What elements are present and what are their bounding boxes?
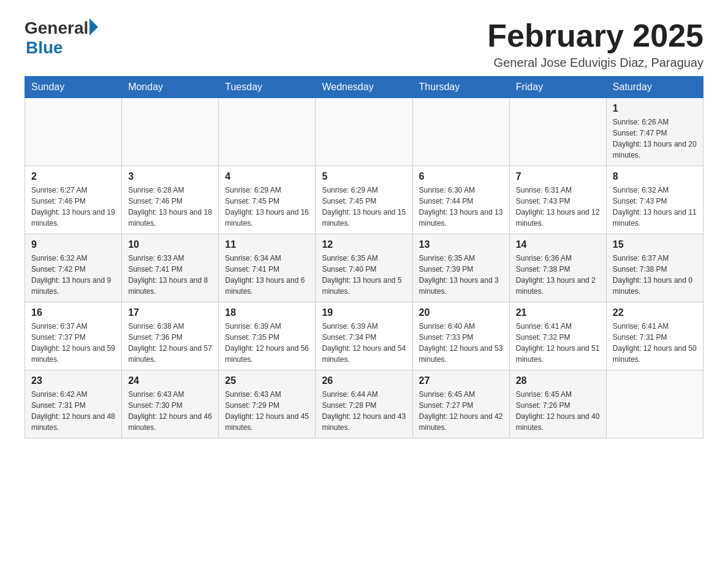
calendar-table: SundayMondayTuesdayWednesdayThursdayFrid… [25, 76, 703, 439]
day-number: 14 [516, 239, 600, 250]
day-info: Sunrise: 6:33 AM Sunset: 7:41 PM Dayligh… [128, 253, 212, 297]
calendar-cell [219, 98, 316, 166]
calendar-cell: 7Sunrise: 6:31 AM Sunset: 7:43 PM Daylig… [509, 166, 606, 234]
day-number: 27 [419, 375, 503, 386]
calendar-cell: 13Sunrise: 6:35 AM Sunset: 7:39 PM Dayli… [412, 234, 509, 302]
calendar-cell: 15Sunrise: 6:37 AM Sunset: 7:38 PM Dayli… [606, 234, 703, 302]
calendar-cell: 16Sunrise: 6:37 AM Sunset: 7:37 PM Dayli… [25, 302, 122, 370]
day-number: 3 [128, 171, 212, 182]
day-number: 24 [128, 375, 212, 386]
day-info: Sunrise: 6:39 AM Sunset: 7:34 PM Dayligh… [322, 321, 406, 365]
day-info: Sunrise: 6:31 AM Sunset: 7:43 PM Dayligh… [516, 185, 600, 229]
calendar-cell: 26Sunrise: 6:44 AM Sunset: 7:28 PM Dayli… [316, 370, 412, 439]
day-info: Sunrise: 6:37 AM Sunset: 7:38 PM Dayligh… [613, 253, 697, 297]
month-title: February 2025 [487, 18, 703, 53]
calendar-cell: 19Sunrise: 6:39 AM Sunset: 7:34 PM Dayli… [316, 302, 412, 370]
day-info: Sunrise: 6:34 AM Sunset: 7:41 PM Dayligh… [225, 253, 309, 297]
day-number: 18 [225, 307, 309, 318]
calendar-cell: 4Sunrise: 6:29 AM Sunset: 7:45 PM Daylig… [219, 166, 316, 234]
calendar-week-row: 1Sunrise: 6:26 AM Sunset: 7:47 PM Daylig… [25, 98, 703, 166]
calendar-cell: 6Sunrise: 6:30 AM Sunset: 7:44 PM Daylig… [412, 166, 509, 234]
calendar-cell: 18Sunrise: 6:39 AM Sunset: 7:35 PM Dayli… [219, 302, 316, 370]
day-number: 15 [613, 239, 697, 250]
day-info: Sunrise: 6:27 AM Sunset: 7:46 PM Dayligh… [31, 185, 115, 229]
weekday-header-wednesday: Wednesday [316, 77, 412, 98]
calendar-cell: 11Sunrise: 6:34 AM Sunset: 7:41 PM Dayli… [219, 234, 316, 302]
calendar-cell: 1Sunrise: 6:26 AM Sunset: 7:47 PM Daylig… [606, 98, 703, 166]
day-number: 11 [225, 239, 309, 250]
weekday-header-monday: Monday [122, 77, 219, 98]
day-number: 7 [516, 171, 600, 182]
day-info: Sunrise: 6:44 AM Sunset: 7:28 PM Dayligh… [322, 389, 406, 433]
weekday-header-tuesday: Tuesday [219, 77, 316, 98]
calendar-cell [25, 98, 122, 166]
calendar-cell: 27Sunrise: 6:45 AM Sunset: 7:27 PM Dayli… [412, 370, 509, 439]
day-number: 2 [31, 171, 115, 182]
calendar-cell: 14Sunrise: 6:36 AM Sunset: 7:38 PM Dayli… [509, 234, 606, 302]
calendar-cell: 22Sunrise: 6:41 AM Sunset: 7:31 PM Dayli… [606, 302, 703, 370]
day-info: Sunrise: 6:32 AM Sunset: 7:42 PM Dayligh… [31, 253, 115, 297]
day-info: Sunrise: 6:43 AM Sunset: 7:30 PM Dayligh… [128, 389, 212, 433]
weekday-header-saturday: Saturday [606, 77, 703, 98]
day-number: 20 [419, 307, 503, 318]
location-subtitle: General Jose Eduvigis Diaz, Paraguay [487, 56, 703, 70]
calendar-cell: 28Sunrise: 6:45 AM Sunset: 7:26 PM Dayli… [509, 370, 606, 439]
calendar-cell [316, 98, 412, 166]
day-number: 1 [613, 103, 697, 114]
day-info: Sunrise: 6:42 AM Sunset: 7:31 PM Dayligh… [31, 389, 115, 433]
day-info: Sunrise: 6:37 AM Sunset: 7:37 PM Dayligh… [31, 321, 115, 365]
calendar-cell: 10Sunrise: 6:33 AM Sunset: 7:41 PM Dayli… [122, 234, 219, 302]
day-info: Sunrise: 6:45 AM Sunset: 7:26 PM Dayligh… [516, 389, 600, 433]
logo: General Blue [25, 18, 98, 58]
day-info: Sunrise: 6:28 AM Sunset: 7:46 PM Dayligh… [128, 185, 212, 229]
day-number: 8 [613, 171, 697, 182]
calendar-week-row: 23Sunrise: 6:42 AM Sunset: 7:31 PM Dayli… [25, 370, 703, 439]
day-info: Sunrise: 6:39 AM Sunset: 7:35 PM Dayligh… [225, 321, 309, 365]
day-number: 17 [128, 307, 212, 318]
day-number: 13 [419, 239, 503, 250]
day-number: 26 [322, 375, 406, 386]
logo-arrow-icon [89, 18, 98, 36]
calendar-cell: 2Sunrise: 6:27 AM Sunset: 7:46 PM Daylig… [25, 166, 122, 234]
calendar-cell: 25Sunrise: 6:43 AM Sunset: 7:29 PM Dayli… [219, 370, 316, 439]
day-info: Sunrise: 6:35 AM Sunset: 7:40 PM Dayligh… [322, 253, 406, 297]
calendar-cell: 12Sunrise: 6:35 AM Sunset: 7:40 PM Dayli… [316, 234, 412, 302]
day-info: Sunrise: 6:26 AM Sunset: 7:47 PM Dayligh… [613, 117, 697, 161]
day-number: 10 [128, 239, 212, 250]
weekday-header-friday: Friday [509, 77, 606, 98]
day-number: 4 [225, 171, 309, 182]
day-info: Sunrise: 6:29 AM Sunset: 7:45 PM Dayligh… [225, 185, 309, 229]
day-number: 16 [31, 307, 115, 318]
logo-general-text: General [25, 18, 88, 38]
day-info: Sunrise: 6:45 AM Sunset: 7:27 PM Dayligh… [419, 389, 503, 433]
day-info: Sunrise: 6:35 AM Sunset: 7:39 PM Dayligh… [419, 253, 503, 297]
calendar-cell: 21Sunrise: 6:41 AM Sunset: 7:32 PM Dayli… [509, 302, 606, 370]
day-info: Sunrise: 6:32 AM Sunset: 7:43 PM Dayligh… [613, 185, 697, 229]
calendar-cell: 17Sunrise: 6:38 AM Sunset: 7:36 PM Dayli… [122, 302, 219, 370]
calendar-week-row: 2Sunrise: 6:27 AM Sunset: 7:46 PM Daylig… [25, 166, 703, 234]
calendar-cell: 9Sunrise: 6:32 AM Sunset: 7:42 PM Daylig… [25, 234, 122, 302]
page-header: General Blue February 2025 General Jose … [25, 18, 703, 70]
day-info: Sunrise: 6:40 AM Sunset: 7:33 PM Dayligh… [419, 321, 503, 365]
calendar-cell [606, 370, 703, 439]
calendar-cell: 23Sunrise: 6:42 AM Sunset: 7:31 PM Dayli… [25, 370, 122, 439]
day-number: 23 [31, 375, 115, 386]
day-info: Sunrise: 6:41 AM Sunset: 7:32 PM Dayligh… [516, 321, 600, 365]
day-number: 19 [322, 307, 406, 318]
day-number: 21 [516, 307, 600, 318]
calendar-cell: 5Sunrise: 6:29 AM Sunset: 7:45 PM Daylig… [316, 166, 412, 234]
calendar-cell [122, 98, 219, 166]
calendar-cell [412, 98, 509, 166]
calendar-cell: 20Sunrise: 6:40 AM Sunset: 7:33 PM Dayli… [412, 302, 509, 370]
day-number: 22 [613, 307, 697, 318]
day-info: Sunrise: 6:41 AM Sunset: 7:31 PM Dayligh… [613, 321, 697, 365]
day-number: 9 [31, 239, 115, 250]
calendar-week-row: 16Sunrise: 6:37 AM Sunset: 7:37 PM Dayli… [25, 302, 703, 370]
logo-blue-text: Blue [26, 38, 63, 57]
calendar-cell: 24Sunrise: 6:43 AM Sunset: 7:30 PM Dayli… [122, 370, 219, 439]
day-number: 28 [516, 375, 600, 386]
calendar-week-row: 9Sunrise: 6:32 AM Sunset: 7:42 PM Daylig… [25, 234, 703, 302]
weekday-header-sunday: Sunday [25, 77, 122, 98]
day-info: Sunrise: 6:43 AM Sunset: 7:29 PM Dayligh… [225, 389, 309, 433]
day-info: Sunrise: 6:36 AM Sunset: 7:38 PM Dayligh… [516, 253, 600, 297]
